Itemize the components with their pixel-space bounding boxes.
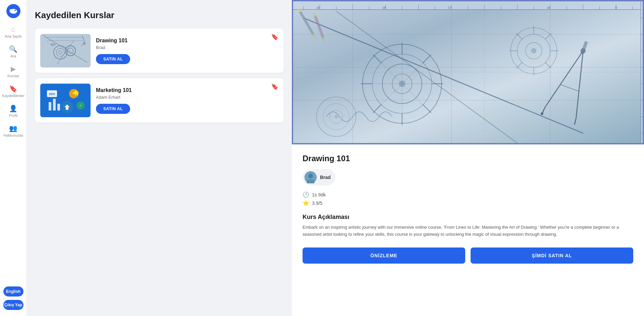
svg-text:18: 18 bbox=[382, 6, 386, 9]
sidebar-item-saved[interactable]: 🔖 Kaydedilenler bbox=[2, 82, 25, 100]
course-name-drawing: Drawing 101 bbox=[96, 38, 278, 44]
svg-text:SEO: SEO bbox=[49, 92, 55, 96]
svg-text:💡: 💡 bbox=[72, 92, 76, 96]
svg-text:20: 20 bbox=[317, 6, 320, 9]
buy-button-drawing[interactable]: SATIN AL bbox=[96, 54, 130, 64]
hero-image-bg: 20 18 17 16 0 bbox=[293, 1, 643, 143]
sidebar: ⌂ Ana Sayfa 🔍 Ara ▶ Kurslar 🔖 Kaydedilen… bbox=[0, 0, 27, 316]
course-description: Embark on an inspiring artistic journey … bbox=[303, 224, 633, 238]
purchase-button[interactable]: ŞİMDİ SATIN AL bbox=[471, 247, 633, 264]
svg-rect-60 bbox=[641, 1, 643, 143]
right-panel: 20 18 17 16 0 bbox=[292, 0, 644, 316]
instructor-name: Brad bbox=[320, 175, 331, 180]
clock-icon: 🕐 bbox=[303, 191, 309, 198]
people-icon: 👥 bbox=[9, 124, 17, 132]
home-icon: ⌂ bbox=[11, 26, 15, 33]
detail-course-title: Drawing 101 bbox=[303, 154, 633, 163]
buy-button-marketing[interactable]: SATIN AL bbox=[96, 104, 130, 114]
left-panel: Kaydedilen Kurslar bbox=[27, 0, 292, 316]
bookmark-nav-icon: 🔖 bbox=[9, 85, 17, 93]
logout-button[interactable]: Çıkış Yap bbox=[3, 300, 23, 310]
sidebar-item-search-label: Ara bbox=[10, 54, 16, 58]
sidebar-item-home[interactable]: ⌂ Ana Sayfa bbox=[2, 23, 25, 41]
svg-rect-21 bbox=[57, 104, 60, 110]
instructor-badge: Brad bbox=[303, 169, 335, 185]
language-button[interactable]: English bbox=[3, 286, 23, 297]
sidebar-item-saved-label: Kaydedilenler bbox=[2, 94, 24, 98]
course-author-marketing: Adam Erhart bbox=[96, 95, 278, 100]
app-logo bbox=[6, 4, 20, 18]
svg-text:17: 17 bbox=[448, 6, 451, 9]
course-card-drawing: Drawing 101 Brad SATIN AL 🔖 bbox=[35, 29, 284, 73]
person-icon: 👤 bbox=[9, 104, 17, 112]
sidebar-item-profile-label: Profil bbox=[9, 114, 17, 118]
sidebar-item-profile[interactable]: 👤 Profil bbox=[2, 102, 25, 120]
description-section-title: Kurs Açıklaması bbox=[303, 214, 633, 221]
svg-rect-20 bbox=[53, 99, 56, 110]
sidebar-item-courses-label: Kurslar bbox=[7, 74, 19, 78]
svg-point-2 bbox=[9, 9, 12, 12]
course-detail: Drawing 101 Brad 🕐 1s 9dk ⭐ bbox=[292, 144, 644, 273]
preview-button[interactable]: ÖNİZLEME bbox=[303, 247, 465, 264]
svg-text:0: 0 bbox=[615, 6, 617, 9]
svg-text:✓: ✓ bbox=[79, 104, 82, 107]
bookmark-icon-marketing[interactable]: 🔖 bbox=[271, 83, 278, 90]
course-info-marketing: Marketing 101 Adam Erhart SATIN AL bbox=[96, 87, 278, 114]
course-thumbnail-marketing: SEO 💡 ✓ bbox=[40, 84, 91, 117]
course-meta: 🕐 1s 9dk ⭐ 3.9/5 bbox=[303, 191, 633, 206]
svg-point-97 bbox=[531, 48, 536, 53]
svg-point-117 bbox=[335, 115, 338, 119]
sidebar-item-about[interactable]: 👥 Hakkımızda bbox=[2, 122, 25, 140]
sidebar-item-home-label: Ana Sayfa bbox=[5, 34, 22, 38]
course-hero-image: 20 18 17 16 0 bbox=[292, 0, 644, 144]
play-icon: ▶ bbox=[11, 65, 16, 73]
main-content: Kaydedilen Kurslar bbox=[27, 0, 644, 316]
thumb-drawing-image bbox=[40, 34, 91, 67]
course-author-drawing: Brad bbox=[96, 45, 278, 50]
thumb-marketing-image: SEO 💡 ✓ bbox=[40, 84, 91, 117]
instructor-avatar bbox=[305, 171, 317, 183]
page-title: Kaydedilen Kurslar bbox=[35, 10, 284, 20]
svg-point-13 bbox=[83, 42, 85, 44]
meta-duration: 🕐 1s 9dk bbox=[303, 191, 633, 198]
sidebar-item-search[interactable]: 🔍 Ara bbox=[2, 42, 25, 61]
svg-point-1 bbox=[14, 10, 16, 11]
search-icon: 🔍 bbox=[9, 45, 17, 53]
meta-rating: ⭐ 3.9/5 bbox=[303, 200, 633, 206]
svg-text:16: 16 bbox=[547, 6, 550, 9]
action-buttons: ÖNİZLEME ŞİMDİ SATIN AL bbox=[303, 247, 633, 264]
svg-rect-19 bbox=[49, 102, 51, 110]
sidebar-item-about-label: Hakkımızda bbox=[3, 133, 23, 137]
course-name-marketing: Marketing 101 bbox=[96, 87, 278, 93]
course-card-marketing: SEO 💡 ✓ Marketing 101 Adam Erhart bbox=[35, 78, 284, 123]
rating-value: 3.9/5 bbox=[312, 200, 322, 206]
svg-point-127 bbox=[308, 174, 313, 178]
bookmark-icon-drawing[interactable]: 🔖 bbox=[271, 33, 278, 41]
course-thumbnail-drawing bbox=[40, 34, 91, 67]
svg-point-17 bbox=[69, 89, 78, 98]
sidebar-item-courses[interactable]: ▶ Kurslar bbox=[2, 62, 25, 81]
star-icon: ⭐ bbox=[303, 200, 309, 206]
duration-value: 1s 9dk bbox=[312, 192, 326, 197]
course-info-drawing: Drawing 101 Brad SATIN AL bbox=[96, 38, 278, 64]
